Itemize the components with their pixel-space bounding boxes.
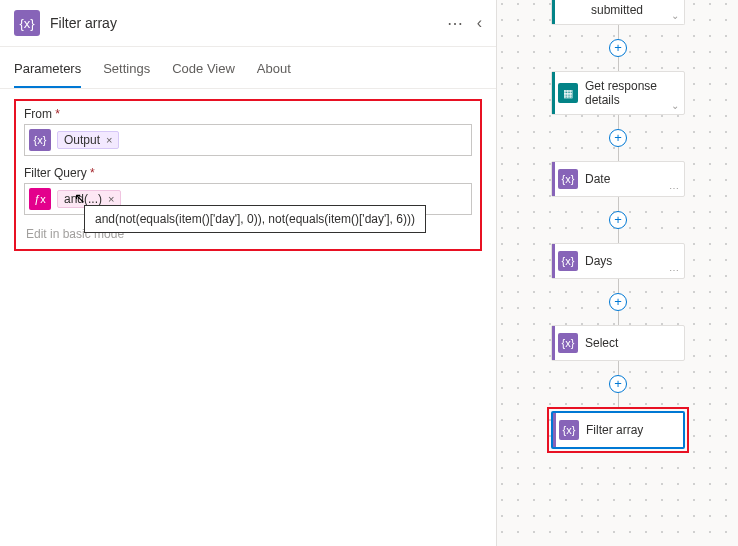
remove-token-icon[interactable]: × bbox=[108, 193, 114, 205]
forms-icon: ▦ bbox=[558, 83, 578, 103]
add-step-button[interactable]: + bbox=[609, 129, 627, 147]
expression-tooltip: and(not(equals(item()['day'], 0)), not(e… bbox=[84, 205, 426, 233]
cursor-icon: ↖ bbox=[74, 190, 86, 206]
node-label: Get response details bbox=[585, 79, 676, 107]
connector bbox=[618, 311, 619, 325]
panel-header: {x} Filter array ⋯ ‹ bbox=[0, 0, 496, 47]
add-step-button[interactable]: + bbox=[609, 211, 627, 229]
node-label: Days bbox=[585, 254, 676, 268]
query-label: Filter Query * bbox=[24, 166, 472, 180]
connector bbox=[618, 25, 619, 39]
note-icon: ⋯ bbox=[669, 183, 678, 194]
connector bbox=[618, 393, 619, 407]
expand-icon[interactable]: ⌄ bbox=[671, 10, 679, 21]
node-label: Select bbox=[585, 336, 676, 350]
tab-about[interactable]: About bbox=[257, 47, 291, 88]
node-label: Date bbox=[585, 172, 676, 186]
add-step-button[interactable]: + bbox=[609, 293, 627, 311]
node-label: Filter array bbox=[586, 423, 675, 437]
data-op-icon: {x} bbox=[558, 169, 578, 189]
connector bbox=[618, 147, 619, 161]
tab-settings[interactable]: Settings bbox=[103, 47, 150, 88]
tabs: Parameters Settings Code View About bbox=[0, 47, 496, 89]
node-label: submitted bbox=[558, 3, 676, 17]
connector bbox=[618, 229, 619, 243]
flow-node-submitted[interactable]: submitted ⌄ bbox=[551, 0, 685, 25]
connector bbox=[618, 361, 619, 375]
flow-column: submitted ⌄ + ▦ Get response details ⌄ +… bbox=[547, 0, 689, 453]
action-icon: {x} bbox=[14, 10, 40, 36]
data-op-icon: {x} bbox=[558, 333, 578, 353]
flow-node-filter-array[interactable]: {x} Filter array bbox=[551, 411, 685, 449]
from-label: From * bbox=[24, 107, 472, 121]
collapse-icon[interactable]: ‹ bbox=[477, 14, 482, 33]
flow-node-get-response[interactable]: ▦ Get response details ⌄ bbox=[551, 71, 685, 115]
selected-node-highlight: {x} Filter array bbox=[547, 407, 689, 453]
add-step-button[interactable]: + bbox=[609, 375, 627, 393]
from-input-icon: {x} bbox=[29, 129, 51, 151]
connector bbox=[618, 279, 619, 293]
from-input[interactable]: {x} Output × bbox=[24, 124, 472, 156]
tab-parameters[interactable]: Parameters bbox=[14, 47, 81, 88]
config-panel: {x} Filter array ⋯ ‹ Parameters Settings… bbox=[0, 0, 497, 546]
more-icon[interactable]: ⋯ bbox=[447, 14, 463, 33]
data-op-icon: {x} bbox=[559, 420, 579, 440]
connector bbox=[618, 115, 619, 129]
flow-node-days[interactable]: {x} Days ⋯ bbox=[551, 243, 685, 279]
add-step-button[interactable]: + bbox=[609, 39, 627, 57]
chip-label: Output bbox=[64, 133, 100, 147]
tab-code-view[interactable]: Code View bbox=[172, 47, 235, 88]
expand-icon[interactable]: ⌄ bbox=[671, 100, 679, 111]
note-icon: ⋯ bbox=[669, 265, 678, 276]
flow-node-date[interactable]: {x} Date ⋯ bbox=[551, 161, 685, 197]
panel-title: Filter array bbox=[50, 15, 447, 31]
data-op-icon: {x} bbox=[558, 251, 578, 271]
connector bbox=[618, 197, 619, 211]
connector bbox=[618, 57, 619, 71]
form-area: From * {x} Output × Filter Query * ƒx an… bbox=[0, 89, 496, 261]
remove-token-icon[interactable]: × bbox=[106, 134, 112, 146]
fx-icon: ƒx bbox=[29, 188, 51, 210]
flow-node-select[interactable]: {x} Select bbox=[551, 325, 685, 361]
from-token-chip[interactable]: Output × bbox=[57, 131, 119, 149]
flow-canvas[interactable]: submitted ⌄ + ▦ Get response details ⌄ +… bbox=[498, 0, 738, 546]
